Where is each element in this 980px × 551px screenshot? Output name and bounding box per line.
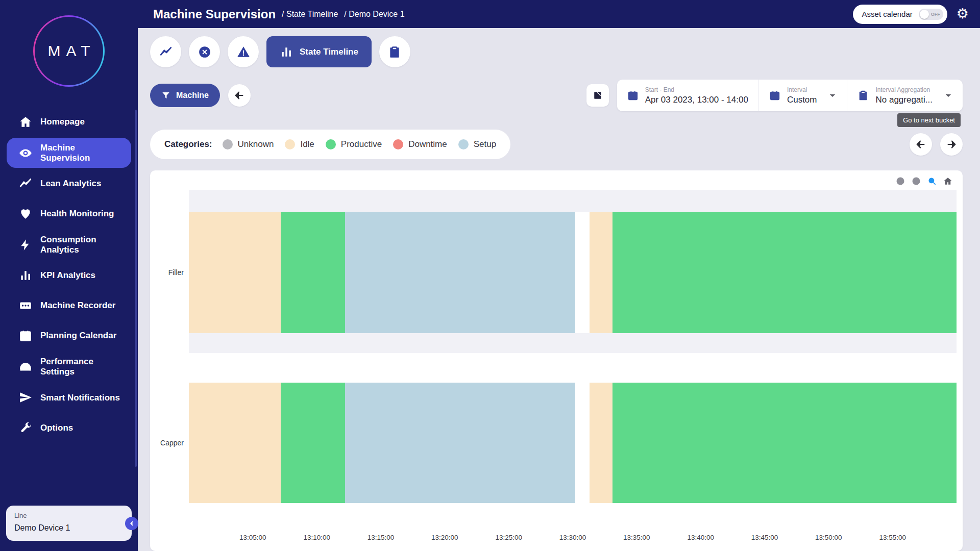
- categories-legend: Categories: Unknown Idle: [150, 130, 510, 159]
- sidebar-item[interactable]: Lean Analytics: [7, 169, 131, 198]
- state-segment-productive[interactable]: [612, 212, 957, 333]
- start-end-value: Apr 03 2023, 13:00 - 14:00: [645, 95, 748, 105]
- chart-toolbar: [896, 177, 952, 186]
- zoom-select-icon[interactable]: [927, 177, 937, 186]
- zoom-in-icon[interactable]: [896, 177, 905, 186]
- interval-value: Custom: [787, 95, 817, 105]
- recorder-icon: [19, 299, 32, 312]
- state-segment-productive[interactable]: [281, 383, 345, 503]
- arrow-right-icon: [946, 139, 957, 150]
- sidebar-item[interactable]: Machine Supervision: [7, 138, 131, 168]
- device-card[interactable]: Line Demo Device 1: [6, 506, 132, 541]
- x-axis-label: 13:05:00: [239, 534, 266, 541]
- state-segment-productive[interactable]: [281, 212, 345, 333]
- state-segment-idle[interactable]: [189, 212, 281, 333]
- clipboard-icon: [388, 45, 401, 59]
- calendar-icon: [627, 90, 639, 101]
- clipboard-icon: [857, 90, 869, 101]
- tab-trend-button[interactable]: [150, 36, 181, 67]
- calendar-icon: [19, 329, 32, 342]
- arrow-left-icon: [915, 139, 926, 150]
- x-axis-label: 13:15:00: [368, 534, 395, 541]
- sidebar: MAT Homepage Machine Supervision Lean An…: [0, 0, 138, 551]
- page-title: Machine Supervision: [153, 7, 276, 21]
- wrench-icon: [19, 421, 32, 434]
- timeline-plot[interactable]: Filler Capper: [189, 190, 957, 531]
- date-range-picker[interactable]: Start - End Apr 03 2023, 13:00 - 14:00: [617, 80, 758, 111]
- start-end-label: Start - End: [645, 86, 748, 93]
- machine-filter-label: Machine: [176, 91, 209, 100]
- toggle-state-label: OFF: [931, 12, 940, 17]
- interval-label: Interval: [787, 86, 817, 93]
- state-segment-productive[interactable]: [612, 383, 957, 503]
- legend-row: Categories: Unknown Idle: [150, 130, 963, 159]
- sidebar-item[interactable]: Options: [7, 413, 131, 442]
- legend-color-dot: [223, 139, 233, 149]
- breadcrumb-state-timeline: / State Timeline: [282, 10, 338, 19]
- bar-chart-icon: [280, 45, 293, 59]
- x-axis-label: 13:30:00: [559, 534, 586, 541]
- x-axis-label: 13:35:00: [623, 534, 650, 541]
- trend-icon: [19, 177, 32, 190]
- previous-bucket-button[interactable]: [910, 133, 932, 156]
- heart-icon: [19, 207, 32, 220]
- sidebar-nav: Homepage Machine Supervision Lean Analyt…: [0, 99, 138, 502]
- logo: MAT: [0, 0, 138, 99]
- chevron-down-icon: [828, 91, 837, 99]
- asset-calendar-toggle[interactable]: Asset calendar OFF: [853, 5, 947, 24]
- sidebar-collapse-button[interactable]: [125, 517, 138, 530]
- settings-gear-icon[interactable]: ⚙: [957, 7, 969, 21]
- state-segment-idle[interactable]: [590, 383, 612, 503]
- next-bucket-button[interactable]: [940, 133, 963, 156]
- x-axis: 13:05:0013:10:0013:15:0013:20:0013:25:00…: [189, 534, 957, 545]
- x-axis-label: 13:45:00: [751, 534, 778, 541]
- sidebar-item[interactable]: Homepage: [7, 108, 131, 136]
- legend-color-dot: [285, 139, 295, 149]
- tab-alerts-button[interactable]: [228, 36, 259, 67]
- state-segment-setup[interactable]: [345, 383, 575, 503]
- sidebar-item[interactable]: Planning Calendar: [7, 321, 131, 350]
- x-circle-icon: [198, 45, 211, 59]
- legend-item: Idle: [285, 139, 314, 149]
- tab-state-timeline[interactable]: State Timeline: [266, 36, 372, 67]
- x-axis-label: 13:50:00: [815, 534, 842, 541]
- sidebar-item[interactable]: Smart Notifications: [7, 383, 131, 412]
- app: MAT Homepage Machine Supervision Lean An…: [0, 0, 980, 551]
- tab-report-button[interactable]: [379, 36, 410, 67]
- zoom-out-icon[interactable]: [912, 177, 921, 186]
- tab-errors-button[interactable]: [189, 36, 220, 67]
- date-controls-card: Start - End Apr 03 2023, 13:00 - 14:00 I…: [617, 80, 963, 111]
- bar-chart-icon: [19, 269, 32, 282]
- state-segment-setup[interactable]: [345, 212, 575, 333]
- back-button[interactable]: [228, 84, 251, 107]
- legend-color-dot: [393, 139, 403, 149]
- state-timeline-chart: Filler Capper 13:05:0013:10:0013:15:0013…: [150, 170, 963, 551]
- reset-zoom-home-icon[interactable]: [943, 177, 952, 186]
- legend-item: Setup: [458, 139, 496, 149]
- capper-state-bar: [189, 383, 957, 503]
- state-segment-idle[interactable]: [590, 212, 612, 333]
- interval-select[interactable]: Interval Custom: [758, 80, 847, 111]
- logo-ring: MAT: [33, 15, 105, 87]
- gauge-icon: [19, 360, 32, 373]
- eye-icon: [19, 146, 32, 160]
- breadcrumb-device: / Demo Device 1: [344, 10, 404, 19]
- sidebar-item[interactable]: Performance Settings: [7, 352, 131, 382]
- x-axis-label: 13:10:00: [303, 534, 330, 541]
- sidebar-item[interactable]: Consumption Analytics: [7, 230, 131, 260]
- machine-filter-button[interactable]: Machine: [150, 84, 220, 107]
- x-axis-label: 13:25:00: [495, 534, 522, 541]
- aggregation-value: No aggregati...: [875, 95, 933, 105]
- sidebar-item[interactable]: Machine Recorder: [7, 291, 131, 320]
- aggregation-select[interactable]: Interval Aggregation No aggregati...: [847, 80, 963, 111]
- calendar-icon: [769, 90, 780, 101]
- x-axis-label: 13:40:00: [687, 534, 714, 541]
- open-external-button[interactable]: [586, 84, 609, 107]
- sidebar-item[interactable]: Health Monitoring: [7, 199, 131, 228]
- legend-item: Productive: [326, 139, 382, 149]
- state-segment-idle[interactable]: [189, 383, 281, 503]
- line-label: Line: [14, 512, 124, 519]
- legend-color-dot: [326, 139, 336, 149]
- sidebar-item[interactable]: KPI Analytics: [7, 261, 131, 290]
- toggle-off[interactable]: OFF: [919, 9, 943, 20]
